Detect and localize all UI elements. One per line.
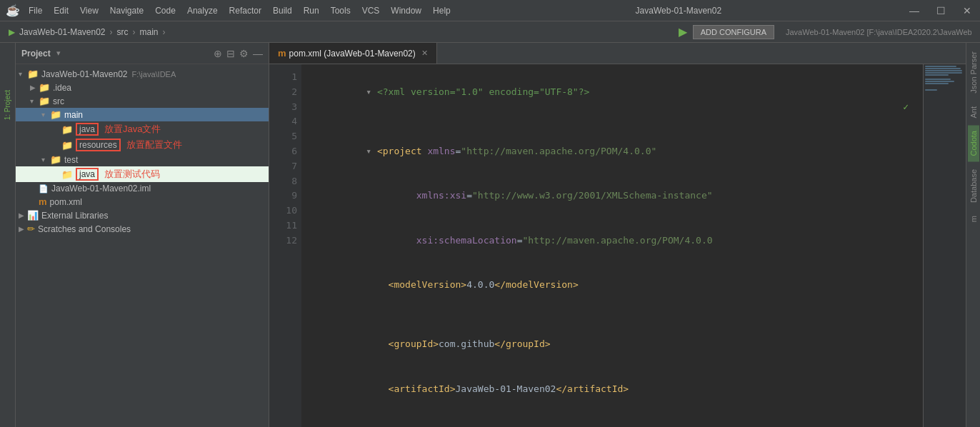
- minimize-button[interactable]: —: [906, 5, 922, 16]
- menu-vcs[interactable]: VCS: [362, 6, 380, 16]
- right-tool-ant[interactable]: Ant: [968, 101, 979, 124]
- java-annotation-text: 放置Java文件: [104, 123, 161, 136]
- sidebar-title: Project: [21, 49, 51, 59]
- tree-arrow-src: ▾: [30, 97, 39, 105]
- breadcrumb-item-src[interactable]: src: [117, 27, 129, 37]
- menu-refactor[interactable]: Refactor: [229, 6, 261, 16]
- tree-item-java[interactable]: ▶ 📁 java 放置Java文件: [16, 121, 269, 137]
- breadcrumb-bar: ▶ JavaWeb-01-Maven02 › src › main › ▶ AD…: [0, 21, 980, 43]
- external-icon: 📊: [27, 210, 39, 221]
- code-line-3: xmlns:xsi="http://www.w3.org/2001/XMLSch…: [310, 174, 914, 218]
- sidebar-dropdown-icon[interactable]: ▾: [56, 49, 61, 58]
- tree-label-pom: pom.xml: [50, 197, 82, 207]
- right-path: JavaWeb-01-Maven02 [F:\java\IDEA2020.2\J…: [786, 28, 971, 36]
- tree-item-resources[interactable]: ▶ 📁 resources 放置配置文件: [16, 137, 269, 153]
- sidebar-close-icon[interactable]: —: [253, 48, 263, 59]
- menu-navigate[interactable]: Navigate: [110, 6, 144, 16]
- menu-build[interactable]: Build: [273, 6, 292, 16]
- menu-bar[interactable]: File Edit View Navigate Code Analyze Ref…: [29, 6, 451, 16]
- menu-analyze[interactable]: Analyze: [187, 6, 218, 16]
- pom-file-icon: m: [39, 196, 47, 207]
- src-folder-icon: 📁: [39, 96, 50, 106]
- tree-item-idea[interactable]: ▶ 📁 .idea: [16, 81, 269, 94]
- java-annotation-box: java: [76, 123, 99, 136]
- right-tool-database[interactable]: Database: [968, 164, 979, 209]
- tree-arrow-test: ▾: [41, 156, 50, 164]
- tree-arrow-scratches: ▶: [19, 225, 27, 233]
- menu-window[interactable]: Window: [391, 6, 421, 16]
- editor-tabs: m pom.xml (JavaWeb-01-Maven02) ✕: [269, 43, 966, 64]
- code-editor[interactable]: ▾ <?xml version="1.0" encoding="UTF-8"?>…: [301, 64, 923, 427]
- tree-label-main: main: [64, 110, 83, 120]
- tree-label-src: src: [53, 96, 64, 106]
- tree-item-test[interactable]: ▾ 📁 test: [16, 153, 269, 166]
- project-tool-tab[interactable]: 1: Project: [2, 86, 13, 124]
- breadcrumb-project-icon: ▶: [9, 27, 15, 37]
- tree-item-java-test[interactable]: ▶ 📁 java 放置测试代码: [16, 166, 269, 182]
- window-title: JavaWeb-01-Maven02: [636, 6, 722, 16]
- menu-code[interactable]: Code: [155, 6, 176, 16]
- test-folder-icon: 📁: [50, 154, 61, 165]
- editor-tab-pom[interactable]: m pom.xml (JavaWeb-01-Maven02) ✕: [269, 43, 437, 64]
- java-folder-icon: 📁: [61, 124, 73, 135]
- sidebar-locate-icon[interactable]: ⊕: [214, 48, 222, 59]
- tree-item-iml[interactable]: ▶ 📄 JavaWeb-01-Maven02.iml: [16, 182, 269, 195]
- tree-label-java: java: [79, 124, 95, 134]
- tree-label-root: JavaWeb-01-Maven02: [41, 69, 128, 79]
- tree-arrow-main: ▾: [41, 111, 50, 119]
- right-tool-codota[interactable]: Codota: [968, 125, 979, 161]
- code-line-8: <artifactId>JavaWeb-01-Maven02</artifact…: [310, 367, 914, 411]
- right-tool-maven[interactable]: m: [968, 210, 979, 228]
- tab-pom-icon: m: [278, 48, 286, 59]
- breadcrumb-item-project[interactable]: JavaWeb-01-Maven02: [19, 27, 106, 37]
- right-tool-json-parser[interactable]: Json Parser: [968, 46, 979, 99]
- tree-item-pom[interactable]: ▶ m pom.xml: [16, 195, 269, 209]
- tree-arrow-root: ▾: [19, 70, 27, 78]
- close-button[interactable]: ✕: [960, 5, 974, 16]
- project-folder-icon: 📁: [27, 69, 39, 79]
- resources-annotation-text: 放置配置文件: [126, 139, 182, 151]
- sidebar-collapse-icon[interactable]: ⊟: [226, 48, 235, 59]
- tree-item-src[interactable]: ▾ 📁 src: [16, 94, 269, 108]
- tree-item-external[interactable]: ▶ 📊 External Libraries: [16, 209, 269, 222]
- menu-edit[interactable]: Edit: [54, 6, 69, 16]
- tree-label-iml: JavaWeb-01-Maven02.iml: [51, 184, 151, 194]
- window-controls[interactable]: — ☐ ✕: [906, 5, 974, 16]
- breadcrumb-sep-1: ›: [110, 27, 113, 37]
- menu-run[interactable]: Run: [304, 6, 319, 16]
- tree-label-idea: .idea: [53, 83, 71, 93]
- minimap: [923, 64, 966, 427]
- menu-tools[interactable]: Tools: [331, 6, 351, 16]
- editor-panel: m pom.xml (JavaWeb-01-Maven02) ✕ 1 2 3 4…: [269, 43, 966, 427]
- menu-file[interactable]: File: [29, 6, 42, 16]
- add-config-button[interactable]: ADD CONFIGURA: [693, 25, 774, 39]
- menu-view[interactable]: View: [80, 6, 99, 16]
- minimap-inner: [924, 64, 966, 93]
- tree-item-root[interactable]: ▾ 📁 JavaWeb-01-Maven02 F:\java\IDEA: [16, 67, 269, 81]
- menu-help[interactable]: Help: [433, 6, 451, 16]
- code-line-7: <groupId>com.github</groupId>: [310, 323, 914, 367]
- tab-close-icon[interactable]: ✕: [421, 49, 428, 58]
- left-strip: 1: Project: [0, 43, 16, 427]
- sidebar-toolbar-left: Project ▾: [21, 49, 61, 59]
- breadcrumb-sep-3: ›: [163, 27, 166, 37]
- resources-folder-icon: 📁: [61, 140, 73, 151]
- breadcrumb-item-main[interactable]: main: [140, 27, 159, 37]
- tree-sublabel-root: F:\java\IDEA: [132, 70, 176, 79]
- java-test-annotation-text: 放置测试代码: [104, 168, 160, 181]
- run-icon: ▶: [679, 25, 687, 39]
- code-line-1: ▾ <?xml version="1.0" encoding="UTF-8"?>…: [310, 70, 914, 129]
- maximize-button[interactable]: ☐: [934, 5, 949, 16]
- tree-label-resources: resources: [79, 140, 117, 150]
- tree-label-java-test: java: [79, 169, 95, 179]
- tree-arrow-idea: ▶: [30, 84, 39, 91]
- tree-item-main[interactable]: ▾ 📁 main: [16, 108, 269, 121]
- main-folder-icon: 📁: [50, 109, 61, 120]
- scratches-icon: ✏: [27, 223, 35, 234]
- sidebar-settings-icon[interactable]: ⚙: [239, 48, 249, 59]
- right-tools-panel: Json Parser Ant Codota Database m: [966, 43, 980, 427]
- code-line-9: <version>1.0-SNAPSHOT</version>: [310, 411, 914, 427]
- tree-label-test: test: [64, 155, 78, 165]
- tree-item-scratches[interactable]: ▶ ✏ Scratches and Consoles: [16, 222, 269, 236]
- sidebar-toolbar-icons: ⊕ ⊟ ⚙ —: [214, 48, 263, 59]
